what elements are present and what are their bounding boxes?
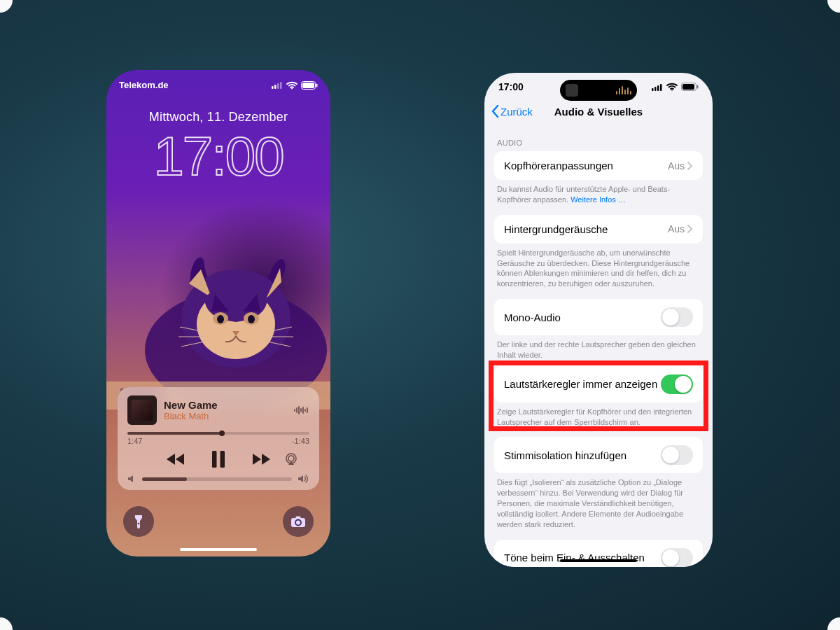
row-value: Aus — [668, 223, 685, 234]
footer-headphone: Du kannst Audio für unterstützte Apple- … — [497, 184, 700, 205]
volume-slider[interactable] — [142, 477, 292, 481]
nav-bar: Zurück Audio & Visuelles — [484, 97, 713, 126]
pause-button[interactable] — [211, 451, 226, 468]
airplay-button[interactable] — [284, 453, 298, 465]
row-label: Mono-Audio — [504, 312, 561, 323]
svg-point-12 — [244, 312, 259, 325]
svg-rect-38 — [654, 87, 657, 91]
svg-rect-28 — [304, 409, 306, 412]
flashlight-button[interactable] — [123, 506, 154, 537]
album-art[interactable] — [127, 396, 157, 425]
row-background-sounds[interactable]: Hintergrundgeräusche Aus — [494, 215, 703, 244]
waveform-icon[interactable] — [294, 405, 309, 415]
svg-point-14 — [248, 315, 255, 323]
island-album-art — [566, 84, 578, 97]
volume-high-icon — [298, 475, 309, 483]
svg-line-15 — [180, 327, 208, 332]
svg-point-33 — [288, 456, 294, 461]
home-indicator[interactable] — [180, 548, 257, 551]
camera-button[interactable] — [283, 506, 314, 537]
more-info-link[interactable]: Weitere Infos … — [570, 195, 626, 204]
svg-rect-1 — [274, 85, 276, 89]
rewind-button[interactable] — [166, 452, 187, 466]
row-power-sounds[interactable]: Töne beim Ein- & Ausschalten — [494, 540, 703, 567]
track-title: New Game — [164, 399, 287, 411]
wifi-icon — [666, 83, 678, 91]
svg-point-9 — [181, 270, 290, 368]
row-headphone-accommodations[interactable]: Kopfhöreranpassungen Aus — [494, 151, 703, 180]
svg-point-4 — [291, 88, 293, 89]
wifi-icon — [286, 81, 298, 90]
settings-phone: 17:00 Zurück Audio & Visuelles AUD — [484, 73, 713, 567]
lockscreen-phone: Telekom.de Mittwoch, 11. Dezember 17:00 — [106, 70, 330, 556]
svg-rect-2 — [277, 83, 279, 89]
svg-rect-24 — [296, 407, 298, 413]
back-button[interactable]: Zurück — [491, 105, 533, 118]
row-label: Kopfhöreranpassungen — [504, 160, 613, 172]
svg-rect-26 — [300, 408, 302, 412]
row-label: Hintergrundgeräusche — [504, 223, 608, 235]
svg-rect-3 — [280, 82, 282, 89]
page-title: Audio & Visuelles — [554, 106, 643, 118]
footer-voice-isolation: Dies fügt „Isolieren“ als zusätzliche Op… — [497, 477, 700, 529]
track-artist: Black Math — [164, 411, 287, 421]
svg-rect-44 — [697, 85, 699, 89]
svg-point-10 — [197, 289, 275, 359]
toggle-voice-isolation[interactable] — [661, 445, 693, 465]
signal-icon — [272, 81, 283, 89]
toggle-mono-audio[interactable] — [661, 307, 693, 327]
volume-low-icon — [127, 475, 136, 483]
status-bar: Telekom.de — [106, 70, 330, 90]
svg-rect-31 — [220, 451, 225, 468]
chevron-right-icon — [687, 225, 693, 233]
svg-point-41 — [671, 90, 673, 91]
forward-button[interactable] — [250, 452, 271, 466]
status-time: 17:00 — [498, 81, 524, 92]
svg-point-13 — [217, 315, 224, 323]
home-indicator[interactable] — [560, 559, 637, 562]
battery-icon — [301, 81, 318, 90]
progress-bar[interactable] — [127, 432, 309, 435]
toggle-always-show-volume[interactable] — [661, 374, 693, 394]
svg-line-17 — [181, 341, 208, 346]
signal-icon — [652, 83, 663, 91]
footer-mono: Der linke und der rechte Lautsprecher ge… — [497, 340, 700, 360]
toggle-power-sounds[interactable] — [661, 548, 693, 567]
row-label: Stimmisolation hinzufügen — [504, 449, 626, 461]
svg-rect-30 — [212, 451, 217, 468]
svg-line-18 — [264, 327, 292, 332]
svg-rect-40 — [660, 84, 662, 91]
now-playing-card[interactable]: New Game Black Math 1:47 -1:43 — [118, 387, 319, 490]
section-header-audio: AUDIO — [497, 139, 700, 147]
svg-rect-6 — [302, 83, 314, 88]
chevron-right-icon — [687, 162, 693, 170]
row-voice-isolation[interactable]: Stimmisolation hinzufügen — [494, 437, 703, 473]
svg-rect-39 — [657, 85, 659, 91]
footer-always-show-volume: Zeige Lautstärkeregler für Kopfhörer und… — [497, 407, 700, 428]
svg-rect-27 — [302, 407, 304, 414]
row-label: Lautstärkeregler immer anzeigen — [504, 378, 657, 390]
wallpaper-cat — [106, 227, 330, 410]
svg-line-20 — [264, 341, 290, 346]
svg-rect-25 — [298, 406, 300, 414]
island-equalizer-icon — [616, 86, 631, 94]
footer-bgnoise: Spielt Hintergrundgeräusche ab, um unerw… — [497, 248, 700, 289]
lockscreen-time: 17:00 — [106, 129, 330, 183]
svg-rect-29 — [307, 407, 308, 413]
carrier-label: Telekom.de — [119, 80, 169, 90]
svg-rect-0 — [272, 86, 274, 89]
svg-rect-37 — [652, 88, 654, 91]
back-label: Zurück — [500, 106, 533, 118]
svg-point-11 — [213, 312, 228, 325]
row-always-show-volume[interactable]: Lautstärkeregler immer anzeigen — [494, 366, 703, 402]
chevron-left-icon — [491, 105, 499, 118]
svg-point-34 — [138, 523, 140, 525]
svg-rect-7 — [316, 83, 318, 87]
row-mono-audio[interactable]: Mono-Audio — [494, 299, 703, 335]
remaining-time: -1:43 — [292, 437, 309, 445]
svg-rect-23 — [294, 409, 295, 412]
lockscreen-date: Mittwoch, 11. Dezember — [106, 110, 330, 125]
battery-icon — [681, 83, 699, 91]
svg-rect-43 — [682, 84, 694, 90]
elapsed-time: 1:47 — [127, 437, 142, 445]
